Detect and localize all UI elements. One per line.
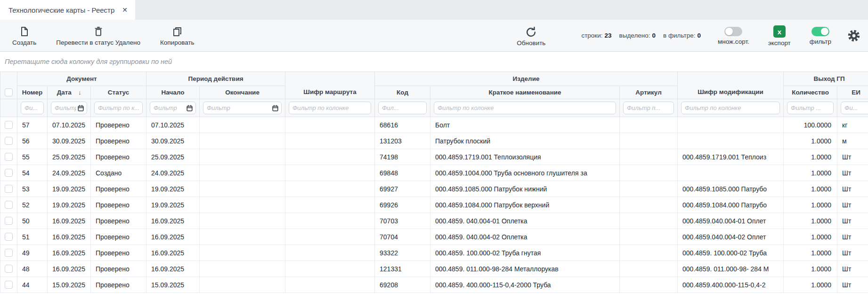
cell-status[interactable]: Проверено [91, 229, 146, 245]
cell-shifr-marshruta[interactable] [285, 277, 375, 293]
cell-shifr-modifikacii[interactable]: 000.4859.1719.001 Теплоиз [678, 149, 784, 165]
cell-shifr-modifikacii[interactable]: 000.4859.040.004-01 Оплет [678, 213, 784, 229]
table-row[interactable]: 5525.09.2025Проверено25.09.202574198000.… [0, 149, 868, 165]
cell-kod[interactable]: 69927 [375, 181, 430, 197]
cell-okonchanie[interactable] [200, 165, 285, 181]
row-checkbox[interactable] [5, 169, 13, 177]
cell-nachalo[interactable]: 19.09.2025 [146, 197, 200, 213]
header-cell-nachalo[interactable]: Начало [146, 86, 200, 99]
row-checkbox[interactable] [5, 265, 13, 273]
export-button[interactable]: x экспорт [768, 24, 791, 47]
cell-naimenovanie[interactable]: Патрубок плоский [430, 133, 620, 149]
cell-nomer[interactable]: 48 [17, 261, 48, 277]
cell-nachalo[interactable]: 16.09.2025 [146, 245, 200, 261]
settings-gear-button[interactable] [847, 29, 860, 42]
table-row[interactable]: 5219.09.2025Проверено19.09.202569926000.… [0, 197, 868, 213]
header-cell-shifr-marshruta[interactable]: Шифр маршрута [285, 72, 375, 99]
cell-ei[interactable]: Шт [837, 213, 868, 229]
cell-data[interactable]: 16.09.2025 [48, 229, 91, 245]
column-filter-input-shifr-modifikacii[interactable] [681, 102, 780, 114]
cell-naimenovanie[interactable]: 000.4859. 100.000-02 Труба гнутая [430, 245, 620, 261]
table-row[interactable]: 5630.09.2025Проверено30.09.2025131203Пат… [0, 133, 868, 149]
cell-kod[interactable]: 74198 [375, 149, 430, 165]
cell-kolichestvo[interactable]: 1.0000 [784, 197, 837, 213]
cell-okonchanie[interactable] [200, 117, 285, 133]
cell-nachalo[interactable]: 16.09.2025 [146, 261, 200, 277]
cell-naimenovanie[interactable]: 000.4859.1004.000 Труба основного глушит… [430, 165, 620, 181]
cell-nomer[interactable]: 49 [17, 245, 48, 261]
cell-naimenovanie[interactable]: 000.4859.1719.001 Теплоизоляция [430, 149, 620, 165]
cell-artikul[interactable] [620, 149, 678, 165]
table-row[interactable]: 5424.09.2025Создано24.09.202569848000.48… [0, 165, 868, 181]
header-cell-data[interactable]: Дата↓ [48, 86, 91, 99]
cell-nachalo[interactable]: 24.09.2025 [146, 165, 200, 181]
cell-data[interactable]: 16.09.2025 [48, 213, 91, 229]
cell-artikul[interactable] [620, 133, 678, 149]
table-row[interactable]: 4415.09.2025Проверено15.09.202569208000.… [0, 277, 868, 293]
cell-nachalo[interactable]: 16.09.2025 [146, 213, 200, 229]
cell-data[interactable]: 15.09.2025 [48, 277, 91, 293]
cell-status[interactable]: Проверено [91, 277, 146, 293]
cell-shifr-modifikacii[interactable]: 000.4859. 100.000-02 Труба [678, 245, 784, 261]
multisort-toggle[interactable]: множ.сорт. [718, 26, 749, 45]
cell-kod[interactable]: 93322 [375, 245, 430, 261]
cell-status[interactable]: Проверено [91, 245, 146, 261]
cell-ei[interactable]: Шт [837, 149, 868, 165]
cell-kod[interactable]: 69208 [375, 277, 430, 293]
cell-status[interactable]: Проверено [91, 117, 146, 133]
row-checkbox[interactable] [5, 217, 13, 225]
row-checkbox[interactable] [5, 281, 13, 289]
column-filter-input-ei[interactable] [841, 102, 868, 114]
cell-data[interactable]: 25.09.2025 [48, 149, 91, 165]
cell-shifr-marshruta[interactable] [285, 117, 375, 133]
copy-button[interactable]: Копировать [160, 25, 195, 46]
cell-okonchanie[interactable] [200, 133, 285, 149]
header-cell-nomer[interactable]: Номер [17, 86, 48, 99]
calendar-icon[interactable] [77, 104, 84, 111]
cell-data[interactable]: 24.09.2025 [48, 165, 91, 181]
table-row[interactable]: 4916.09.2025Проверено16.09.202593322000.… [0, 245, 868, 261]
cell-ei[interactable]: кг [837, 117, 868, 133]
cell-nomer[interactable]: 55 [17, 149, 48, 165]
group-by-bar[interactable]: Перетащите сюда колонку для группировки … [0, 52, 868, 71]
table-row[interactable]: 5016.09.2025Проверено16.09.202570703000.… [0, 213, 868, 229]
cell-nomer[interactable]: 50 [17, 213, 48, 229]
cell-kolichestvo[interactable]: 1.0000 [784, 213, 837, 229]
header-cell-status[interactable]: Статус [91, 86, 146, 99]
cell-status[interactable]: Создано [91, 165, 146, 181]
cell-artikul[interactable] [620, 117, 678, 133]
column-filter-input-status[interactable] [94, 102, 143, 114]
cell-ei[interactable]: Шт [837, 277, 868, 293]
row-checkbox[interactable] [5, 233, 13, 241]
cell-data[interactable]: 07.10.2025 [48, 117, 91, 133]
cell-status[interactable]: Проверено [91, 197, 146, 213]
cell-okonchanie[interactable] [200, 261, 285, 277]
cell-nachalo[interactable]: 25.09.2025 [146, 149, 200, 165]
cell-shifr-modifikacii[interactable]: 000.4859. 011.000-98- 284 М [678, 261, 784, 277]
cell-kolichestvo[interactable]: 1.0000 [784, 261, 837, 277]
cell-kolichestvo[interactable]: 1.0000 [784, 165, 837, 181]
cell-okonchanie[interactable] [200, 197, 285, 213]
cell-status[interactable]: Проверено [91, 181, 146, 197]
cell-ei[interactable]: Шт [837, 245, 868, 261]
cell-shifr-marshruta[interactable] [285, 213, 375, 229]
cell-kod[interactable]: 70704 [375, 229, 430, 245]
cell-nomer[interactable]: 57 [17, 117, 48, 133]
cell-artikul[interactable] [620, 277, 678, 293]
cell-artikul[interactable] [620, 165, 678, 181]
cell-kod[interactable]: 121331 [375, 261, 430, 277]
column-filter-input-nomer[interactable] [21, 102, 44, 114]
table-row[interactable]: 5319.09.2025Проверено19.09.202569927000.… [0, 181, 868, 197]
cell-shifr-marshruta[interactable] [285, 229, 375, 245]
cell-shifr-modifikacii[interactable]: 000.4859.400.000-115-0,4-2 [678, 277, 784, 293]
cell-naimenovanie[interactable]: 000.4859. 040.004-02 Оплетка [430, 229, 620, 245]
cell-nomer[interactable]: 53 [17, 181, 48, 197]
cell-kod[interactable]: 70703 [375, 213, 430, 229]
header-cell-kod[interactable]: Код [375, 86, 430, 99]
cell-ei[interactable]: м [837, 133, 868, 149]
cell-data[interactable]: 16.09.2025 [48, 261, 91, 277]
cell-status[interactable]: Проверено [91, 261, 146, 277]
cell-artikul[interactable] [620, 245, 678, 261]
cell-shifr-modifikacii[interactable]: 000.4859.1084.000 Патрубо [678, 197, 784, 213]
cell-nomer[interactable]: 56 [17, 133, 48, 149]
